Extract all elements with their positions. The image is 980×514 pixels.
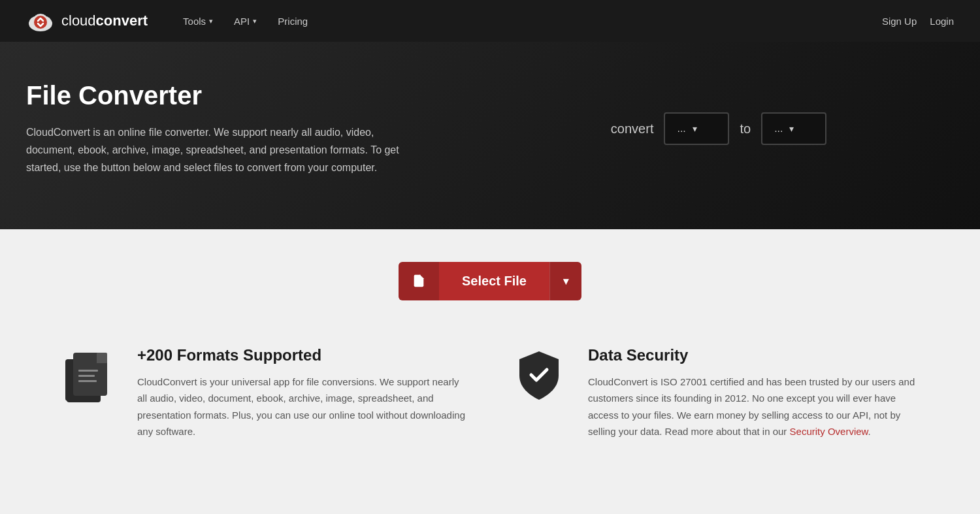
nav-auth: Sign Up Login: [882, 10, 954, 32]
from-format-dropdown[interactable]: ... ▾: [664, 112, 729, 145]
chevron-down-icon: ▾: [209, 17, 213, 25]
chevron-down-icon: ▾: [549, 262, 581, 300]
security-description: CloudConvert is ISO 27001 certified and …: [588, 374, 921, 440]
formats-title: +200 Formats Supported: [137, 346, 470, 364]
chevron-down-icon: ▾: [253, 17, 257, 25]
file-plus-icon: [399, 262, 439, 300]
convert-label: convert: [611, 121, 654, 137]
svg-rect-13: [78, 380, 97, 382]
files-icon: [59, 346, 118, 405]
to-label: to: [740, 121, 751, 137]
formats-content: +200 Formats Supported CloudConvert is y…: [137, 346, 470, 440]
shield-icon: [510, 346, 568, 405]
security-content: Data Security CloudConvert is ISO 27001 …: [588, 346, 921, 440]
chevron-down-icon: ▾: [789, 123, 794, 134]
nav-api[interactable]: API ▾: [225, 10, 266, 32]
svg-rect-11: [78, 370, 98, 372]
hero-section: File Converter CloudConvert is an online…: [0, 42, 980, 229]
to-format-dropdown[interactable]: ... ▾: [761, 112, 826, 145]
logo[interactable]: cloudconvert: [26, 7, 148, 35]
svg-rect-12: [78, 375, 95, 377]
formats-description: CloudConvert is your universal app for f…: [137, 374, 470, 440]
hero-left: File Converter CloudConvert is an online…: [26, 81, 483, 177]
features-section: +200 Formats Supported CloudConvert is y…: [33, 333, 947, 479]
nav-links: Tools ▾ API ▾ Pricing: [174, 10, 882, 32]
navbar: cloudconvert Tools ▾ API ▾ Pricing Sign …: [0, 0, 980, 42]
nav-pricing[interactable]: Pricing: [269, 10, 317, 32]
select-file-button[interactable]: Select File ▾: [399, 262, 581, 300]
hero-description: CloudConvert is an online file converter…: [26, 123, 418, 177]
security-title: Data Security: [588, 346, 921, 364]
security-overview-link[interactable]: Security Overview: [790, 426, 868, 437]
select-file-label: Select File: [439, 262, 549, 300]
select-file-area: Select File ▾: [0, 229, 980, 333]
security-feature: Data Security CloudConvert is ISO 27001 …: [510, 346, 921, 440]
svg-rect-10: [97, 353, 107, 363]
logo-text: cloudconvert: [61, 12, 148, 29]
logo-icon: [26, 7, 55, 35]
hero-title: File Converter: [26, 81, 483, 110]
login-link[interactable]: Login: [930, 10, 954, 32]
from-format-value: ...: [677, 123, 685, 135]
signup-link[interactable]: Sign Up: [882, 10, 917, 32]
hero-right: convert ... ▾ to ... ▾: [483, 112, 954, 145]
chevron-down-icon: ▾: [693, 123, 697, 134]
to-format-value: ...: [774, 123, 783, 135]
nav-tools[interactable]: Tools ▾: [174, 10, 222, 32]
formats-feature: +200 Formats Supported CloudConvert is y…: [59, 346, 470, 440]
